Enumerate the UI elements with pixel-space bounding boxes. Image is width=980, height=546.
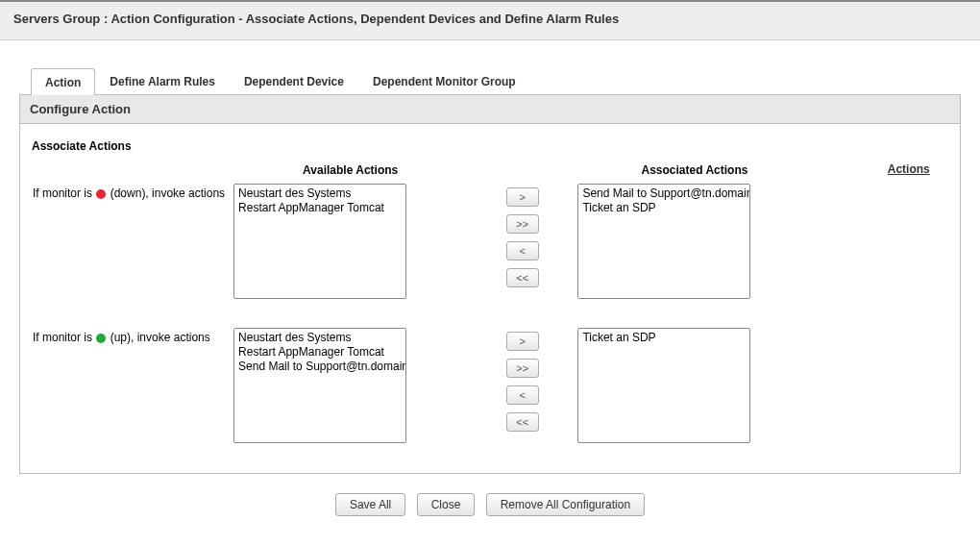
close-button[interactable]: Close [417, 493, 476, 516]
configure-action-panel: Configure Action Associate Actions Avail… [19, 95, 961, 474]
up-add-button[interactable]: > [506, 332, 539, 351]
list-item[interactable]: Restart AppManager Tomcat [236, 201, 404, 215]
up-remove-all-button[interactable]: << [506, 412, 539, 432]
down-add-button[interactable]: > [506, 187, 539, 207]
list-item[interactable]: Neustart des Systems [236, 331, 404, 345]
up-available-list[interactable]: Neustart des SystemsRestart AppManager T… [233, 328, 406, 443]
tab-action[interactable]: Action [31, 68, 95, 95]
condition-up-label: If monitor is (up), invoke actions [32, 327, 233, 444]
down-associated-list[interactable]: Send Mail to Support@tn.domainTicket an … [577, 184, 750, 299]
panel-header: Configure Action [20, 95, 960, 124]
down-add-all-button[interactable]: >> [506, 214, 539, 234]
down-available-list[interactable]: Neustart des SystemsRestart AppManager T… [233, 184, 406, 299]
available-actions-header: Available Actions [233, 162, 468, 183]
tab-dependent-monitor-group[interactable]: Dependent Monitor Group [358, 67, 530, 94]
list-item[interactable]: Send Mail to Support@tn.domain [236, 360, 404, 374]
status-down-icon [96, 189, 106, 199]
tab-row: Action Define Alarm Rules Dependent Devi… [19, 67, 961, 95]
tab-define-alarm-rules[interactable]: Define Alarm Rules [95, 67, 230, 94]
list-item[interactable]: Neustart des Systems [236, 186, 404, 201]
condition-down-label: If monitor is (down), invoke actions [32, 183, 233, 300]
up-add-all-button[interactable]: >> [506, 359, 539, 378]
list-item[interactable]: Ticket an SDP [580, 201, 747, 215]
save-all-button[interactable]: Save All [335, 493, 405, 516]
down-remove-all-button[interactable]: << [506, 268, 539, 287]
list-item[interactable]: Ticket an SDP [580, 331, 747, 345]
footer-buttons: Save All Close Remove All Configuration [19, 484, 961, 516]
associated-actions-header: Associated Actions [576, 162, 812, 183]
tab-dependent-device[interactable]: Dependent Device [230, 67, 358, 94]
status-up-icon [96, 334, 106, 343]
up-associated-list[interactable]: Ticket an SDP [577, 328, 750, 443]
up-remove-button[interactable]: < [506, 385, 539, 405]
list-item[interactable]: Send Mail to Support@tn.domain [580, 186, 747, 201]
down-remove-button[interactable]: < [506, 241, 539, 261]
remove-all-config-button[interactable]: Remove All Configuration [486, 493, 645, 516]
list-item[interactable]: Restart AppManager Tomcat [236, 345, 404, 360]
actions-link[interactable]: Actions [888, 162, 930, 176]
associate-actions-heading: Associate Actions [32, 139, 948, 153]
page-title: Servers Group : Action Configuration - A… [0, 0, 980, 40]
